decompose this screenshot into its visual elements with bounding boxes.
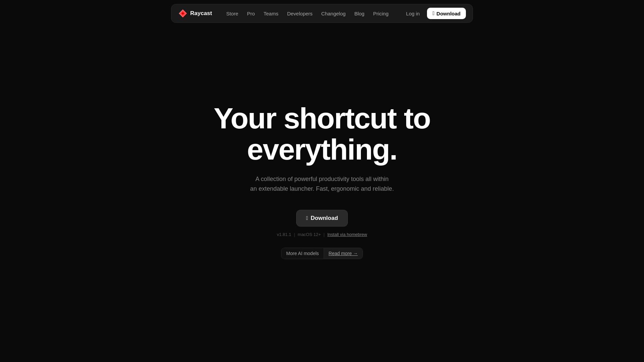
meta-sep-2: | [324, 232, 325, 237]
apple-icon:  [432, 10, 434, 16]
meta-sep-1: | [294, 232, 295, 237]
hero-title: Your shortcut to everything. [214, 103, 430, 165]
hero-download-button[interactable]:  Download [296, 210, 347, 227]
feature-label: More AI models [281, 248, 323, 259]
nav-download-label: Download [436, 11, 461, 16]
login-link[interactable]: Log in [403, 9, 423, 18]
brand-name: Raycast [190, 10, 212, 17]
hero-version: v1.81.1 [277, 232, 291, 237]
hero-title-line2: everything. [247, 133, 397, 166]
hero-title-line1: Your shortcut to [214, 102, 430, 135]
nav-changelog[interactable]: Changelog [318, 9, 349, 18]
nav-blog[interactable]: Blog [351, 9, 368, 18]
feature-read-more-link[interactable]: Read more → [324, 248, 363, 259]
nav-actions: Log in  Download [403, 8, 466, 19]
nav-teams[interactable]: Teams [260, 9, 282, 18]
nav-pro[interactable]: Pro [244, 9, 258, 18]
hero-download-label: Download [311, 215, 338, 222]
navbar: Raycast Store Pro Teams Developers Chang… [171, 4, 473, 23]
hero-section: Your shortcut to everything. A collectio… [0, 0, 644, 362]
homebrew-link[interactable]: Install via homebrew [327, 232, 367, 237]
hero-meta: v1.81.1 | macOS 12+ | Install via homebr… [277, 232, 367, 237]
brand-logo[interactable]: Raycast [178, 9, 212, 18]
feature-badge: More AI models Read more → [281, 248, 363, 259]
nav-pricing[interactable]: Pricing [370, 9, 392, 18]
hero-apple-icon:  [306, 215, 308, 221]
hero-subtitle: A collection of powerful productivity to… [250, 174, 394, 194]
hero-subtitle-line1: A collection of powerful productivity to… [255, 176, 388, 182]
nav-developers[interactable]: Developers [284, 9, 316, 18]
feature-link-label: Read more → [329, 251, 358, 256]
hero-subtitle-line2: an extendable launcher. Fast, ergonomic … [250, 185, 394, 192]
nav-download-button[interactable]:  Download [427, 8, 466, 19]
hero-os: macOS 12+ [298, 232, 321, 237]
nav-links: Store Pro Teams Developers Changelog Blo… [223, 9, 392, 18]
raycast-logo-icon [178, 9, 187, 18]
nav-store[interactable]: Store [223, 9, 242, 18]
